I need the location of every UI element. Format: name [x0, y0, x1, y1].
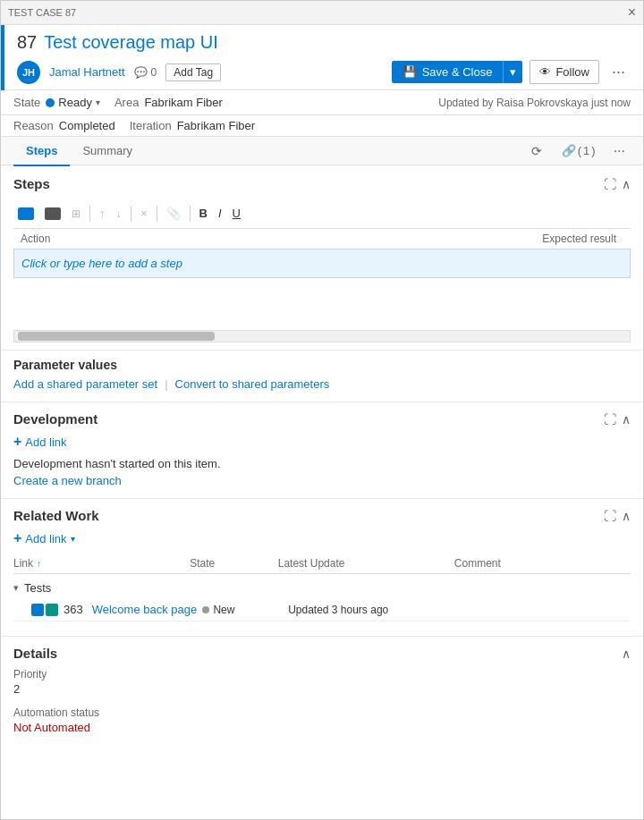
link-count-value: 1: [583, 144, 589, 157]
header: 87 Test coverage map UI JH Jamal Hartnet…: [4, 25, 643, 90]
test-state-cell: New: [202, 604, 288, 616]
follow-label: Follow: [555, 65, 589, 79]
save-close-button[interactable]: 💾 Save & Close: [392, 61, 504, 83]
work-item-number: 87: [17, 32, 37, 53]
steps-section-header: Steps ⛶ ∧: [13, 176, 631, 191]
add-shared-param-link[interactable]: Add a shared parameter set: [13, 377, 157, 391]
bold-button[interactable]: B: [195, 204, 212, 223]
close-button[interactable]: ×: [628, 4, 636, 21]
test-title-link[interactable]: Welcome back page: [92, 603, 203, 616]
steps-collapse-button[interactable]: ∧: [622, 177, 631, 191]
link-count-close: ): [591, 144, 595, 157]
updated-text: Updated by Raisa Pokrovskaya just now: [438, 97, 631, 109]
related-work-collapse-button[interactable]: ∧: [622, 509, 631, 523]
link-icon: 🔗: [562, 144, 576, 157]
meta-row-2: Reason Completed Iteration Fabrikam Fibe…: [1, 115, 643, 137]
create-branch-link[interactable]: Create a new branch: [13, 474, 122, 487]
tab-summary[interactable]: Summary: [70, 137, 145, 166]
add-step-button[interactable]: [13, 205, 38, 223]
related-work-section: Related Work ⛶ ∧ + Add link ▾ Link ↑ Sta…: [1, 499, 643, 637]
title-bar: TEST CASE 87 ×: [1, 1, 643, 25]
tests-group-header[interactable]: ▾ Tests: [13, 578, 631, 598]
tab-actions: ⟳ 🔗 (1) ···: [524, 139, 631, 164]
link-tab-button[interactable]: 🔗 (1): [553, 139, 605, 163]
plus-icon: +: [13, 434, 21, 450]
link-count: (: [578, 144, 581, 157]
attachment-button[interactable]: 📎: [162, 204, 185, 223]
steps-expand-button[interactable]: ⛶: [604, 177, 616, 191]
user-name[interactable]: Jamal Hartnett: [49, 65, 125, 79]
update-time: Updated 3 hours ago: [288, 604, 388, 616]
follow-button[interactable]: 👁 Follow: [530, 60, 599, 84]
details-collapse-button[interactable]: ∧: [622, 647, 631, 661]
toolbar-separator-4: [190, 206, 191, 222]
save-close-dropdown-button[interactable]: ▾: [503, 61, 522, 83]
latest-update-column-header: Latest Update: [278, 557, 454, 570]
expected-result-column-header: Expected result: [318, 232, 623, 245]
convert-to-shared-link[interactable]: Convert to shared parameters: [175, 377, 330, 391]
reason-label: Reason: [13, 119, 54, 132]
table-row: 363 Welcome back page New Updated 3 hour…: [13, 598, 631, 621]
test-update-cell: Updated 3 hours ago: [288, 603, 459, 616]
state-select[interactable]: Ready ▾: [46, 96, 100, 109]
parameters-section: Parameter values Add a shared parameter …: [1, 351, 643, 402]
underline-icon: U: [233, 207, 241, 220]
priority-label: Priority: [13, 668, 631, 681]
development-collapse-button[interactable]: ∧: [622, 412, 631, 427]
iteration-label: Iteration: [130, 119, 172, 132]
development-add-link-button[interactable]: + Add link: [13, 434, 67, 450]
add-shared-step-icon: [45, 207, 61, 220]
avatar: JH: [17, 61, 40, 84]
related-plus-icon: +: [13, 530, 21, 546]
development-empty-text: Development hasn't started on this item.: [13, 457, 631, 470]
tab-steps[interactable]: Steps: [13, 137, 70, 166]
scrollbar-thumb[interactable]: [18, 332, 215, 341]
attachment-icon: 📎: [166, 207, 181, 220]
state-badge: New: [202, 604, 288, 616]
iteration-field: Iteration Fabrikam Fiber: [130, 119, 255, 132]
area-label: Area: [114, 96, 139, 109]
move-down-button[interactable]: ↓: [112, 204, 127, 223]
steps-section-title: Steps: [13, 176, 50, 191]
add-shared-step-button[interactable]: [40, 205, 65, 223]
comment-count: 💬 0: [134, 66, 157, 79]
move-up-button[interactable]: ↑: [95, 204, 110, 223]
insert-icon: ⊞: [72, 207, 80, 220]
steps-section-actions: ⛶ ∧: [604, 177, 631, 191]
steps-table-header: Action Expected result: [13, 229, 631, 249]
add-step-row[interactable]: Click or type here to add a step: [13, 249, 631, 278]
comment-number: 0: [151, 66, 157, 79]
related-work-actions: ⛶ ∧: [604, 509, 631, 523]
add-tag-button[interactable]: Add Tag: [165, 63, 221, 81]
tests-group: ▾ Tests 363 Welcome back page New Update…: [13, 574, 631, 625]
more-options-button[interactable]: ···: [606, 61, 631, 83]
development-section: Development ⛶ ∧ + Add link Development h…: [1, 402, 643, 499]
title-bar-label: TEST CASE 87: [8, 7, 76, 18]
related-work-expand-button[interactable]: ⛶: [604, 509, 616, 523]
work-item-title-row: 87 Test coverage map UI: [17, 32, 631, 53]
horizontal-scrollbar[interactable]: [13, 330, 631, 342]
state-dot: [46, 98, 55, 107]
related-add-link-dropdown: ▾: [71, 534, 75, 544]
save-close-label: Save & Close: [422, 65, 493, 79]
move-up-icon: ↑: [99, 207, 106, 220]
italic-button[interactable]: I: [214, 204, 226, 223]
italic-icon: I: [218, 207, 222, 220]
underline-button[interactable]: U: [228, 204, 245, 223]
development-expand-button[interactable]: ⛶: [604, 412, 616, 427]
tabs-more-button[interactable]: ···: [608, 141, 631, 161]
related-table-header: Link ↑ State Latest Update Comment: [13, 554, 631, 574]
tests-group-label: Tests: [24, 581, 51, 595]
iteration-value: Fabrikam Fiber: [177, 119, 255, 132]
history-tab-button[interactable]: ⟳: [524, 139, 549, 164]
related-add-link-button[interactable]: + Add link ▾: [13, 530, 75, 546]
action-column-header: Action: [21, 232, 318, 245]
insert-step-button[interactable]: ⊞: [67, 205, 85, 223]
add-step-icon: [18, 207, 34, 220]
reason-field: Reason Completed: [13, 119, 115, 132]
meta-fields-left: State Ready ▾ Area Fabrikam Fiber: [13, 96, 438, 109]
steps-toolbar: ⊞ ↑ ↓ × 📎 B I U: [13, 199, 631, 229]
state-label: State: [13, 96, 40, 109]
move-down-icon: ↓: [116, 207, 123, 220]
delete-step-button[interactable]: ×: [136, 204, 152, 223]
